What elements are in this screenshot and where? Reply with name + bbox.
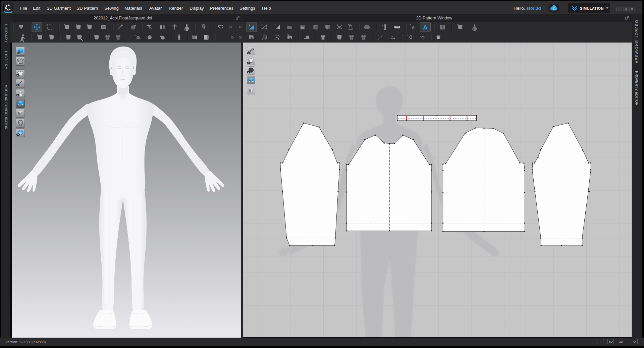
svg-text:A: A [423,24,428,31]
svg-text:A: A [412,25,415,29]
svg-text:i: i [251,68,252,72]
svg-text:C: C [553,7,555,11]
